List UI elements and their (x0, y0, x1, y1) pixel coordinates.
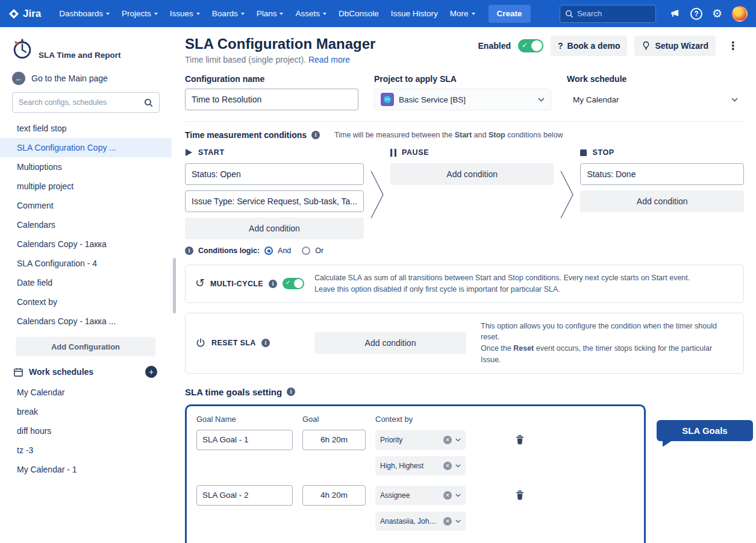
jira-logo-text: Jira (23, 8, 41, 20)
logic-and-radio[interactable] (264, 246, 273, 255)
topnav-search-input[interactable] (577, 9, 643, 18)
lightbulb-icon (642, 41, 651, 51)
info-icon[interactable]: i (287, 388, 295, 396)
config-item[interactable]: Multioptions (0, 157, 172, 177)
config-item[interactable]: Comment (0, 196, 172, 215)
start-condition[interactable]: Status: Open (185, 163, 364, 185)
pause-icon (390, 149, 396, 157)
chevron-down-icon (455, 464, 461, 468)
nav-assets[interactable]: Assets (290, 5, 331, 22)
user-avatar[interactable] (732, 6, 748, 22)
stop-icon (580, 149, 587, 156)
config-item[interactable]: SLA Configuration - 4 (0, 254, 172, 273)
config-item[interactable]: Context by (0, 292, 172, 312)
topnav-search[interactable] (560, 5, 656, 23)
work-schedule-select[interactable]: My Calendar (567, 89, 744, 110)
stop-condition[interactable]: Status: Done (580, 163, 744, 185)
goal-value-input[interactable] (302, 485, 366, 506)
read-more-link[interactable]: Read more (308, 55, 350, 64)
schedule-item[interactable]: break (0, 402, 172, 421)
page-title: SLA Configuration Manager (185, 36, 375, 52)
project-label: Project to apply SLA (374, 74, 551, 84)
nav-plans[interactable]: Plans (252, 5, 289, 22)
main-content: SLA Configuration Manager Time limit bas… (185, 27, 744, 543)
conditions-grid: START Status: Open Issue Type: Service R… (185, 148, 744, 239)
nav-issues[interactable]: Issues (165, 5, 205, 22)
delete-goal-button[interactable] (513, 433, 527, 447)
create-button[interactable]: Create (489, 5, 531, 23)
more-options-button[interactable]: ⋮ (723, 37, 744, 55)
chevron-right-separator-icon (554, 148, 580, 239)
start-add-condition-button[interactable]: Add condition (185, 218, 364, 239)
sidebar-scrollbar[interactable] (173, 258, 176, 313)
nav-more[interactable]: More (445, 5, 480, 22)
enabled-toggle[interactable]: ✓ (518, 39, 543, 52)
primary-nav: Dashboards Projects Issues Boards Plans … (54, 5, 480, 22)
context-values-select[interactable]: High, Highest ✕ (375, 456, 466, 476)
add-configuration-button[interactable]: Add Configuration (16, 337, 155, 356)
help-icon[interactable]: ? (690, 8, 702, 20)
reset-add-condition-button[interactable]: Add condition (314, 332, 466, 354)
gear-icon[interactable]: ⚙ (712, 8, 722, 19)
schedule-item[interactable]: diff hours (0, 421, 172, 441)
config-item[interactable]: Calendars (0, 215, 172, 234)
stopwatch-logo-icon (10, 36, 35, 61)
goal-name-input[interactable] (196, 430, 293, 450)
goals-section: Goal Name Goal Context by Priority ✕ (185, 404, 744, 543)
stop-add-condition-button[interactable]: Add condition (580, 190, 744, 212)
schedule-item[interactable]: My Calendar - 1 (0, 460, 172, 479)
config-item[interactable]: multiple project (0, 177, 172, 196)
nav-dashboards[interactable]: Dashboards (54, 5, 114, 22)
start-condition[interactable]: Issue Type: Service Request, Sub-task, T… (185, 190, 364, 212)
context-values-select[interactable]: Anastasiia, John Smit... ✕ (375, 512, 466, 531)
info-icon[interactable]: i (311, 131, 320, 139)
jira-logo[interactable]: Jira (8, 8, 41, 20)
clear-icon[interactable]: ✕ (443, 517, 452, 526)
pause-add-condition-button[interactable]: Add condition (390, 163, 554, 185)
project-select[interactable]: Basic Service [BS] (374, 89, 551, 110)
config-item-selected[interactable]: SLA Configuration Copy ... (0, 138, 172, 157)
conditions-section-header: Time measurement conditions i Time will … (185, 130, 744, 140)
setup-wizard-button[interactable]: Setup Wizard (634, 36, 716, 56)
nav-boards[interactable]: Boards (207, 5, 249, 22)
multi-cycle-toggle[interactable]: ✓ (283, 278, 304, 289)
sidebar-search-input[interactable] (19, 98, 139, 107)
app-title: SLA Time and Report (39, 51, 121, 61)
delete-goal-button[interactable] (513, 488, 527, 503)
book-demo-button[interactable]: ? Book a demo (551, 36, 627, 56)
topnav-icons: ? ⚙ (669, 6, 748, 22)
context-field-select[interactable]: Priority ✕ (375, 430, 466, 450)
announcement-icon[interactable] (669, 8, 681, 19)
clear-icon[interactable]: ✕ (443, 436, 452, 444)
nav-issue-history[interactable]: Issue History (386, 5, 443, 22)
config-name-input[interactable] (185, 89, 358, 110)
search-icon (565, 10, 573, 18)
clear-icon[interactable]: ✕ (443, 491, 452, 500)
goal-name-input[interactable] (196, 485, 293, 506)
logic-or-radio[interactable] (302, 246, 310, 255)
config-item[interactable]: Date field (0, 273, 172, 292)
schedule-item[interactable]: tz -3 (0, 441, 172, 460)
multi-cycle-description: Calculate SLA as sum of all transitions … (314, 272, 690, 295)
nav-projects[interactable]: Projects (117, 5, 163, 22)
history-icon: ↺ (195, 277, 205, 289)
config-list: text field stop SLA Configuration Copy .… (0, 119, 172, 331)
reset-description: This option allows you to configure the … (481, 321, 734, 366)
chevron-down-icon (154, 13, 158, 15)
config-item[interactable]: Calendars Copy - 1акка ... (0, 312, 172, 331)
sidebar-search[interactable] (12, 92, 160, 113)
goals-box: Goal Name Goal Context by Priority ✕ (185, 404, 646, 543)
info-icon[interactable]: i (269, 280, 277, 288)
config-item[interactable]: Calendars Copy - 1акка (0, 234, 172, 254)
context-field-select[interactable]: Assignee ✕ (375, 486, 466, 505)
schedule-item[interactable]: My Calendar (0, 383, 172, 402)
config-item[interactable]: text field stop (0, 119, 172, 138)
info-icon[interactable]: i (185, 246, 193, 255)
goal-row-1-context-values: High, Highest ✕ (196, 456, 634, 476)
info-icon[interactable]: i (261, 339, 270, 347)
back-to-main-link[interactable]: ← Go to the Main page (0, 67, 172, 91)
add-schedule-button[interactable]: + (145, 366, 157, 378)
nav-dbconsole[interactable]: DbConsole (334, 5, 384, 22)
clear-icon[interactable]: ✕ (443, 462, 452, 470)
goal-value-input[interactable] (302, 430, 366, 450)
